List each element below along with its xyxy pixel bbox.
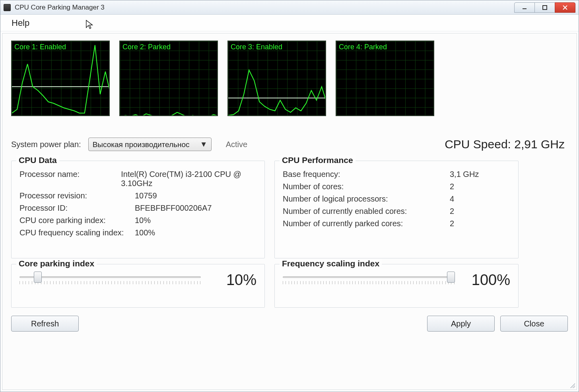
processor-revision-label: Processor revision:: [19, 191, 135, 200]
app-icon: [4, 4, 11, 11]
maximize-icon: [542, 5, 548, 10]
num-parked-label: Number of currently parked cores:: [283, 219, 450, 228]
close-app-button[interactable]: Close: [500, 316, 568, 332]
cpu-perf-legend: CPU Performance: [280, 155, 356, 165]
cpu-speed-readout: CPU Speed: 2,91 GHz: [445, 138, 565, 151]
num-parked-value: 2: [450, 219, 454, 228]
freq-scaling-slider[interactable]: [283, 272, 455, 288]
freq-scaling-slider-group: Frequency scaling index 100%: [274, 264, 519, 308]
num-enabled-label: Number of currently enabled cores:: [283, 207, 450, 216]
menubar: Help: [0, 15, 579, 31]
info-groups-row: CPU Data Processor name:Intel(R) Core(TM…: [11, 161, 568, 258]
core-4-label: Core 4: Parked: [339, 43, 387, 51]
num-logical-value: 4: [450, 194, 454, 204]
cursor-icon: [85, 19, 94, 30]
freq-scaling-slider-value: 100%: [462, 272, 510, 289]
core-parking-slider-group: Core parking index 10%: [11, 264, 265, 308]
resize-grip[interactable]: [569, 382, 575, 388]
core-graph-3: Core 3: Enabled: [227, 41, 326, 116]
core-parking-slider-value: 10%: [209, 272, 256, 289]
minimize-button[interactable]: [514, 2, 535, 13]
core-1-label: Core 1: Enabled: [14, 43, 66, 51]
power-plan-label: System power plan:: [11, 140, 81, 149]
core-parking-slider-legend: Core parking index: [16, 259, 97, 268]
minimize-icon: [522, 5, 527, 10]
maximize-button[interactable]: [534, 2, 555, 13]
core-graph-2: Core 2: Parked: [119, 41, 218, 116]
freq-scaling-value: 100%: [135, 228, 155, 237]
freq-scaling-slider-legend: Frequency scaling index: [280, 259, 382, 268]
cpu-data-legend: CPU Data: [16, 155, 59, 165]
processor-id-value: BFEBFBFF000206A7: [135, 204, 212, 213]
num-logical-label: Number of logical processors:: [283, 194, 450, 204]
parking-index-label: CPU core parking index:: [19, 216, 135, 225]
svg-rect-1: [543, 6, 547, 10]
app-window: CPU Core Parking Manager 3 Help Core 1: …: [0, 0, 579, 392]
titlebar[interactable]: CPU Core Parking Manager 3: [0, 0, 579, 15]
base-freq-value: 3,1 GHz: [450, 170, 479, 179]
num-enabled-value: 2: [450, 207, 454, 216]
cpu-data-group: CPU Data Processor name:Intel(R) Core(TM…: [11, 161, 265, 258]
num-cores-label: Number of cores:: [283, 182, 450, 191]
parking-index-value: 10%: [135, 216, 151, 225]
button-bar: Refresh Apply Close: [11, 316, 568, 332]
base-freq-label: Base frequency:: [283, 170, 450, 179]
core-3-label: Core 3: Enabled: [231, 43, 282, 51]
apply-button[interactable]: Apply: [427, 316, 495, 332]
refresh-button[interactable]: Refresh: [11, 316, 79, 332]
core-graph-1: Core 1: Enabled: [11, 41, 110, 116]
freq-scaling-slider-thumb[interactable]: [447, 272, 455, 283]
freq-scaling-label: CPU frequency scaling index:: [19, 228, 135, 237]
core-graphs-row: Core 1: Enabled Core 2: Parked Core 3: E…: [11, 41, 568, 116]
close-button[interactable]: [555, 2, 575, 13]
power-plan-select[interactable]: Высокая производительнос: [88, 138, 212, 151]
core-2-label: Core 2: Parked: [122, 43, 171, 51]
menu-help[interactable]: Help: [7, 16, 34, 30]
processor-name-value: Intel(R) Core(TM) i3-2100 CPU @ 3.10GHz: [121, 170, 256, 188]
core-graph-4: Core 4: Parked: [336, 41, 434, 116]
sliders-row: Core parking index 10% Frequency scaling…: [11, 258, 568, 308]
core-parking-slider-thumb[interactable]: [34, 272, 42, 283]
window-controls: [515, 2, 575, 13]
processor-revision-value: 10759: [135, 191, 157, 200]
client-area: Core 1: Enabled Core 2: Parked Core 3: E…: [2, 33, 577, 390]
power-plan-status: Active: [226, 140, 247, 149]
window-title: CPU Core Parking Manager 3: [15, 4, 515, 12]
core-parking-slider[interactable]: [19, 272, 201, 288]
cpu-performance-group: CPU Performance Base frequency:3,1 GHz N…: [274, 161, 519, 258]
num-cores-value: 2: [450, 182, 454, 191]
close-icon: [562, 5, 568, 10]
processor-name-label: Processor name:: [19, 170, 121, 188]
processor-id-label: Processor ID:: [19, 204, 135, 213]
